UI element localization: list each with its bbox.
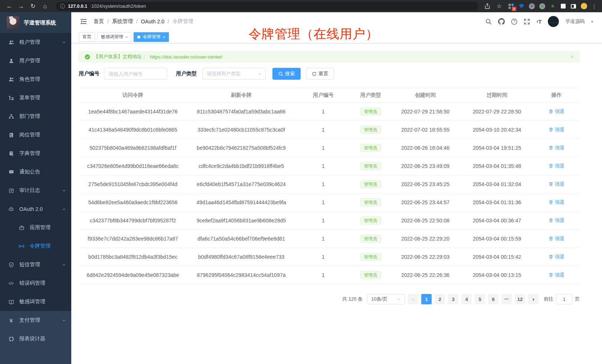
sidebar-item-3[interactable]: 菜单管理 [0, 89, 71, 107]
help-icon[interactable]: ? [511, 19, 517, 25]
caret-down-icon[interactable]: ▾ [591, 19, 593, 24]
sidebar-collapse-icon[interactable] [80, 19, 87, 24]
sidebar-item-9[interactable]: OAuth 2.0 [0, 200, 71, 218]
sidebar-item-5[interactable]: 岗位管理 [0, 126, 71, 144]
page-button-4[interactable]: 4 [461, 294, 472, 304]
refresh-token-cell: 8796295f04064c2983414cc54af1097a [187, 266, 295, 284]
user-type-badge: 管理员 [360, 253, 381, 261]
tab-close-icon[interactable]: × [163, 35, 165, 39]
force-logout-button[interactable]: 强退 [549, 235, 565, 242]
force-logout-button[interactable]: 强退 [549, 145, 565, 151]
force-logout-button[interactable]: 强退 [549, 126, 565, 133]
sidebar-item-7[interactable]: 通知公告 [0, 163, 71, 181]
user-type-badge: 管理员 [360, 271, 381, 279]
force-logout-button[interactable]: 强退 [549, 272, 565, 278]
page-size-select[interactable]: 10条/页 [367, 294, 405, 304]
reset-button[interactable]: 重置 [306, 68, 334, 80]
force-logout-button[interactable]: 强退 [549, 181, 565, 188]
page-more-button[interactable]: ••• [501, 294, 512, 304]
tab-close-icon[interactable]: × [125, 35, 128, 39]
prev-page-button[interactable]: ‹ [408, 294, 418, 304]
profile-avatar-icon[interactable]: ᵕ̈ [580, 3, 587, 10]
force-logout-button[interactable]: 强退 [549, 217, 565, 224]
bookmark-star-icon[interactable]: ☆ [494, 1, 504, 11]
sidebar-item-1[interactable]: 用户管理 [0, 52, 71, 70]
share-icon[interactable] [484, 3, 491, 10]
search-icon[interactable] [485, 19, 492, 25]
forward-icon[interactable]: → [16, 1, 26, 11]
doc-link[interactable]: https://doc.iocoder.cn/user-center/ [150, 54, 223, 60]
search-button[interactable]: 搜索 [272, 68, 301, 80]
breadcrumb-oauth[interactable]: OAuth 2.0 [141, 19, 164, 24]
sidebar-item-11[interactable]: 令牌管理 [0, 237, 71, 255]
reload-icon[interactable]: ↻ [28, 1, 38, 11]
gem-extension-icon[interactable] [518, 3, 525, 10]
tab-0[interactable]: 首页 [79, 32, 95, 42]
expires-at-cell: 2054-03-04 01:32:04 [461, 175, 533, 193]
sidebar-item-15[interactable]: ¥支付管理 [0, 311, 71, 330]
tab-2[interactable]: 令牌管理× [134, 32, 169, 42]
green-star-extension-icon[interactable]: ✶ [549, 3, 556, 10]
page-button-6[interactable]: 6 [488, 294, 498, 304]
user-name[interactable]: 芋道源码 [565, 18, 585, 25]
dictionary-icon [8, 151, 14, 156]
expires-at-cell: 2054-03-04 01:31:36 [461, 193, 533, 212]
action-cell: 强退 [533, 266, 580, 284]
page-button-1[interactable]: 1 [421, 294, 432, 304]
user-type-badge: 管理员 [360, 162, 381, 170]
sidebar-item-10[interactable]: 应用管理 [0, 218, 71, 237]
user-id-input[interactable] [104, 68, 167, 80]
sidebar-item-4[interactable]: 部门管理 [0, 107, 71, 126]
token-table: 访问令牌 刷新令牌 用户编号 用户类型 创建时间 过期时间 操作 1ea5e44… [79, 88, 580, 284]
page-button-2[interactable]: 2 [435, 294, 445, 304]
gray-extension-icon[interactable]: ✳ [529, 3, 535, 10]
tab-1[interactable]: 敏感词管理× [97, 32, 131, 42]
user-avatar[interactable] [548, 16, 559, 27]
sidebar-item-8[interactable]: 审计日志 [0, 181, 71, 200]
puzzle-extensions-icon[interactable] [560, 3, 566, 10]
sidebar-item-2[interactable]: 角色管理 [0, 70, 71, 89]
user-type-select[interactable]: 请选择用户类型 [203, 68, 266, 80]
sidebar-item-14[interactable]: 敏感词管理 [0, 292, 71, 311]
green-dot-extension-icon[interactable] [539, 3, 546, 10]
breadcrumb-system[interactable]: 系统管理 [112, 18, 133, 25]
access-token-cell: 1ea5e44f8bc1467aaede43144f31de76 [79, 103, 187, 121]
force-logout-button[interactable]: 强退 [549, 108, 565, 115]
action-cell: 强退 [533, 212, 580, 230]
extension-grid-icon[interactable]: 9 [508, 3, 514, 10]
browser-menu-icon[interactable]: ⋮ [591, 3, 598, 9]
sidebar-item-12[interactable]: 短信管理 [0, 255, 71, 274]
page-button-12[interactable]: 12 [515, 294, 525, 304]
user-type-badge: 管理员 [360, 235, 381, 243]
home-icon[interactable]: ⌂ [40, 1, 50, 11]
alert-close-icon[interactable]: × [571, 54, 574, 60]
sidebar-item-6[interactable]: 字典管理 [0, 144, 71, 163]
action-cell: 强退 [533, 193, 580, 212]
back-icon[interactable]: ← [4, 1, 14, 11]
breadcrumb-home[interactable]: 首页 [94, 18, 104, 25]
force-logout-button[interactable]: 强退 [549, 199, 565, 206]
page-button-5[interactable]: 5 [475, 294, 485, 304]
sidebar-logo[interactable]: 芋道管理系统 [0, 12, 71, 33]
github-icon[interactable] [498, 18, 505, 25]
delete-icon [549, 272, 553, 277]
force-logout-button[interactable]: 强退 [549, 254, 565, 260]
address-bar[interactable]: i 127.0.0.1:1024/system/oauth2/token [56, 2, 478, 11]
refresh-token-cell: be90422b8c7946218275a508bf524fc9 [187, 139, 295, 157]
sidebar-item-0[interactable]: 租户管理 [0, 33, 71, 52]
side-panel-icon[interactable] [570, 3, 577, 10]
page-button-3[interactable]: 3 [448, 294, 458, 304]
force-logout-button[interactable]: 强退 [549, 163, 565, 169]
sidebar-item-label: 错误码管理 [19, 280, 45, 287]
sidebar-item-13[interactable]: 错误码管理 [0, 274, 71, 292]
next-page-button[interactable]: › [528, 294, 539, 304]
sidebar-item-label: 通知公告 [19, 169, 40, 175]
font-size-icon[interactable]: тT [536, 19, 542, 25]
refresh-token-cell: dfa6c71a50a54c66bef706ef9e6e8d81 [187, 230, 295, 248]
sidebar-item-label: OAuth 2.0 [19, 206, 43, 212]
page-info-icon[interactable]: i [60, 4, 65, 9]
fullscreen-icon[interactable] [524, 19, 530, 25]
sidebar-item-16[interactable]: 报表设计器 [0, 330, 71, 348]
access-token-cell: 502375b8040a469a9b82188afdf6af1f [79, 139, 187, 157]
goto-page-input[interactable] [556, 294, 572, 304]
